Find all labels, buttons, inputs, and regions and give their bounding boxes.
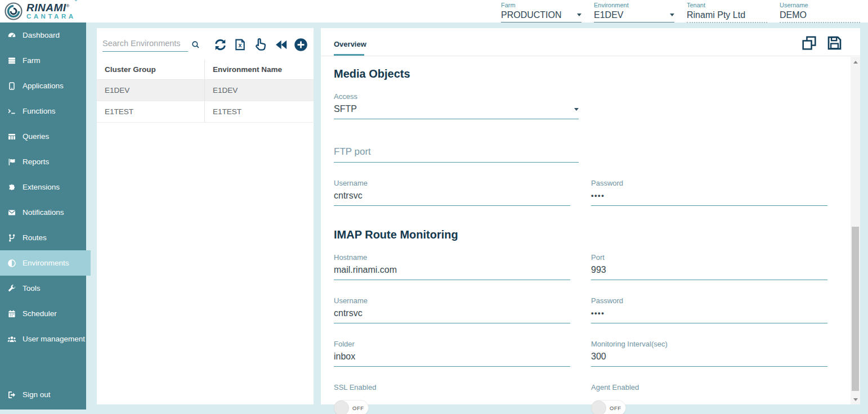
tab-overview[interactable]: Overview	[334, 40, 366, 48]
code-branch-icon	[7, 233, 16, 242]
puzzle-icon	[7, 183, 16, 192]
environment-select[interactable]: Environment E1DEV	[594, 2, 674, 23]
tenant-label: Tenant	[687, 2, 767, 9]
tablet-icon	[7, 82, 16, 91]
environment-detail-panel: Overview Media Objects Access SFTP FTP p…	[321, 28, 860, 404]
agent-enabled-field: Agent Enabled OFF	[591, 382, 827, 414]
tab-bar: Overview	[321, 28, 860, 56]
sidebar-item-queries[interactable]: Queries	[0, 124, 86, 149]
rewind-icon[interactable]	[274, 38, 288, 52]
access-field[interactable]: Access SFTP	[334, 92, 579, 119]
sidebar-item-extensions[interactable]: Extensions	[0, 174, 86, 200]
folder-field[interactable]: Folder inbox	[334, 339, 570, 367]
users-icon	[7, 335, 16, 344]
dashboard-icon	[7, 31, 16, 40]
refresh-icon[interactable]	[213, 38, 227, 52]
flag-icon	[7, 158, 16, 166]
copy-icon[interactable]	[802, 35, 817, 51]
table-icon	[7, 132, 16, 141]
ssl-enabled-toggle[interactable]: OFF	[334, 400, 369, 414]
farm-select[interactable]: Farm PRODUCTION	[501, 2, 581, 23]
sidebar-item-scheduler[interactable]: Scheduler	[0, 301, 86, 326]
toggle-knob	[591, 400, 606, 414]
brand-subname: CANTARA	[26, 14, 76, 20]
sign-out-button[interactable]: Sign out	[0, 382, 86, 407]
port-field[interactable]: Port 993	[591, 253, 827, 280]
tenant-field: Tenant Rinami Pty Ltd	[687, 2, 767, 23]
monitoring-interval-field[interactable]: Monitoring Interval(sec) 300	[591, 339, 827, 367]
column-header-cluster-group: Cluster Group	[97, 60, 205, 79]
search-icon[interactable]	[191, 39, 200, 51]
access-value: SFTP	[334, 103, 357, 115]
server-icon	[7, 56, 16, 65]
sidebar-item-user-management[interactable]: User management	[0, 326, 86, 352]
username-value: DEMO	[780, 9, 807, 21]
sidebar-item-tools[interactable]: Tools	[0, 276, 86, 301]
imap-username-field[interactable]: Username cntrsvc	[334, 296, 570, 323]
save-icon[interactable]	[827, 35, 842, 51]
scroll-up-arrow[interactable]	[851, 58, 860, 66]
svg-text:x: x	[239, 42, 242, 48]
chevron-down-icon	[670, 14, 674, 16]
rinami-logo: RINAMI® ˇ CANTARA	[0, 2, 76, 20]
registered-mark: ®	[66, 3, 70, 8]
table-row[interactable]: E1TEST E1TEST	[97, 101, 314, 123]
table-header: Cluster Group Environment Name	[97, 60, 314, 80]
sidebar-item-functions[interactable]: Functions	[0, 98, 86, 124]
environments-list-panel: x Cluster Group Environment Name E1DEV E…	[97, 28, 314, 404]
rinami-logo-icon	[5, 2, 23, 20]
agent-enabled-toggle[interactable]: OFF	[591, 400, 626, 414]
sidebar-item-reports[interactable]: Reports	[0, 149, 86, 174]
active-tab-indicator	[334, 54, 364, 56]
username-label: Username	[780, 2, 860, 9]
chevron-down-icon	[574, 108, 579, 111]
sidebar-item-environments[interactable]: Environments	[0, 250, 91, 276]
brand-name: RINAMI®	[26, 2, 76, 13]
farm-value: PRODUCTION	[501, 9, 562, 21]
section-title-imap-route-monitoring: IMAP Route Monitoring	[334, 228, 829, 241]
environment-label: Environment	[594, 2, 674, 9]
scrollbar-thumb[interactable]	[852, 227, 859, 391]
excel-export-icon[interactable]: x	[234, 38, 247, 51]
calendar-icon	[7, 309, 16, 318]
globe-icon	[7, 259, 16, 268]
imap-password-field[interactable]: Password ••••	[591, 296, 827, 323]
overview-form: Media Objects Access SFTP FTP port Usern…	[321, 56, 860, 414]
tenant-value: Rinami Pty Ltd	[687, 9, 745, 21]
table-row[interactable]: E1DEV E1DEV	[97, 80, 314, 101]
ssl-enabled-field: SSL Enabled OFF	[334, 382, 570, 414]
sidebar: Dashboard Farm Applications Functions Qu…	[0, 22, 86, 410]
media-username-field[interactable]: Username cntrsvc	[334, 178, 570, 206]
chevron-down-icon	[577, 14, 581, 16]
brand-caron: ˇ	[75, 0, 77, 6]
envelope-icon	[7, 208, 16, 217]
toggle-knob	[334, 400, 349, 414]
sign-out-icon	[7, 390, 16, 399]
sidebar-item-dashboard[interactable]: Dashboard	[0, 22, 86, 48]
vertical-scrollbar[interactable]	[851, 57, 860, 404]
scroll-down-arrow[interactable]	[851, 395, 860, 403]
search-input[interactable]	[102, 38, 188, 52]
sidebar-item-applications[interactable]: Applications	[0, 73, 86, 98]
ftp-port-field[interactable]: FTP port	[334, 143, 579, 163]
hand-pointer-icon[interactable]	[253, 37, 267, 52]
environment-value: E1DEV	[594, 9, 623, 21]
section-title-media-objects: Media Objects	[334, 68, 829, 80]
sidebar-item-notifications[interactable]: Notifications	[0, 200, 86, 225]
add-icon[interactable]	[294, 38, 308, 52]
column-header-environment-name: Environment Name	[205, 60, 314, 79]
media-password-field[interactable]: Password ••••	[591, 178, 827, 206]
top-header: RINAMI® ˇ CANTARA Farm PRODUCTION Enviro…	[0, 0, 868, 22]
sidebar-item-farm[interactable]: Farm	[0, 48, 86, 73]
hostname-field[interactable]: Hostname mail.rinami.com	[334, 253, 570, 280]
wrench-icon	[7, 284, 16, 293]
session-fields: Farm PRODUCTION Environment E1DEV Tenant…	[501, 2, 860, 23]
farm-label: Farm	[501, 2, 581, 9]
terminal-icon	[7, 107, 16, 116]
sidebar-item-routes[interactable]: Routes	[0, 225, 86, 250]
username-field: Username DEMO	[780, 2, 860, 23]
